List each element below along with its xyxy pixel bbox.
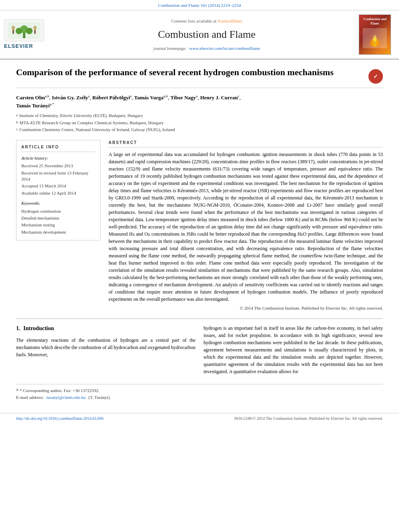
author-6: Henry J. Curran [200,95,238,101]
keyword-1: Hydrogen combustion [21,208,95,214]
keyword-2: Detailed mechanisms [21,215,95,221]
keywords-label: Keywords: [21,200,95,206]
section-title: 1. Introduction [16,325,195,333]
abstract-text: A large set of experimental data was acc… [109,151,383,303]
article-info-abstract-section: ARTICLE INFO Article history: Received 2… [16,140,383,311]
author-6-affil: c [238,94,239,98]
introduction-left-text: The elementary reactions of the combusti… [16,337,195,358]
affiliation-2: b MTA-ELTE Research Group on Complex Che… [16,119,383,127]
footer-bar: http://dx.doi.org/10.1016/j.combustflame… [0,413,399,424]
footnote-star-icon: * [16,388,19,393]
footnote-corresponding-text: * Corresponding author. Fax: +36 1372259… [20,388,99,393]
email-note: (T. Turányi). [88,395,111,400]
contents-available-text: Contents lists available at ScienceDirec… [171,18,242,24]
author-5: Tibor Nagy [171,95,196,101]
publisher-logo-section: ELSEVIER [4,14,56,55]
keyword-4: Mechanism development [21,229,95,235]
author-1: Carsten Olm [16,95,45,101]
journal-cover-section: Combustion and Flame [357,14,393,55]
author-2-affil: a [88,94,90,98]
available-online-date: Available online 12 April 2014 [21,190,95,196]
footer-doi[interactable]: http://dx.doi.org/10.1016/j.combustflame… [16,416,103,421]
elsevier-tree-icon [4,19,44,41]
introduction-col-left: 1. Introduction The elementary reactions… [16,325,195,378]
copyright-line: © 2014 The Combustion Institute. Publish… [109,305,383,311]
journal-main-title: Combustion and Flame [158,27,256,42]
article-info-box: ARTICLE INFO Article history: Received 2… [16,140,101,240]
svg-point-7 [33,26,37,30]
introduction-right-text: hydrogen is an important fuel in itself … [204,325,383,375]
svg-point-4 [26,28,33,34]
email-label: E-mail address: [16,395,44,400]
footnote-email-line: E-mail address: turanyi@chem.elte.hu (T.… [16,394,383,401]
journal-citation-text: Combustion and Flame 161 (2014) 2219–223… [158,3,241,8]
article-info-title: ARTICLE INFO [21,144,95,152]
affiliation-3-text: Combustion Chemistry Centre, National Un… [19,126,175,134]
elsevier-logo: ELSEVIER [4,19,44,50]
affiliation-3: c Combustion Chemistry Centre, National … [16,126,383,134]
authors-line: Carsten Olma,b, István Gy. Zsélya, Róber… [16,94,383,110]
svg-point-12 [376,40,380,47]
author-2: István Gy. Zsély [52,95,88,101]
author-5-affil: a [196,94,197,98]
keyword-3: Mechanism testing [21,222,95,228]
accepted-date: Accepted 13 March 2014 [21,183,95,189]
author-4: Tamás Varga [134,95,164,101]
abstract-title: ABSTRACT [109,140,383,148]
journal-title-section: Contents lists available at ScienceDirec… [61,14,352,55]
authors-section: Carsten Olma,b, István Gy. Zsélya, Róber… [16,94,383,133]
author-1-affil: a,b [45,94,49,98]
svg-point-5 [12,26,15,30]
journal-cover-image: Combustion and Flame [359,14,391,55]
svg-rect-1 [23,33,25,38]
crossmark-icon: ✓ [373,73,378,81]
journal-homepage-line: journal homepage: www.elsevier.com/locat… [154,45,260,51]
journal-homepage-url[interactable]: www.elsevier.com/locate/combustflame [189,46,260,51]
article-info-column: ARTICLE INFO Article history: Received 2… [16,140,101,311]
article-history-label: Article history: [21,155,95,161]
revised-date: Received in revised form 13 February 201… [21,170,95,183]
svg-point-11 [370,40,374,47]
elsevier-brand-name: ELSEVIER [4,43,33,50]
author-4-affil: a,b [163,94,168,98]
affiliation-2-text: MTA-ELTE Research Group on Complex Chemi… [20,119,164,127]
footnote-correspondence: * * Corresponding author. Fax: +36 13722… [16,387,383,394]
sciencedirect-link[interactable]: ScienceDirect [218,18,243,23]
author-7-affil: a,* [50,102,54,106]
svg-rect-8 [34,30,36,34]
journal-cover-title: Combustion and Flame [361,17,389,26]
svg-point-3 [16,28,22,34]
author-3: Róbert Pálvölgyi [93,95,130,101]
section-divider [16,318,383,319]
abstract-column: ABSTRACT A large set of experimental dat… [109,140,383,311]
author-3-affil: a [130,94,132,98]
journal-header: ELSEVIER Contents lists available at Sci… [0,10,399,60]
svg-rect-6 [12,30,14,34]
email-address[interactable]: turanyi@chem.elte.hu [46,395,86,400]
article-title-section: Comparison of the performance of several… [16,67,383,88]
article-body: Comparison of the performance of several… [0,60,399,409]
footer-issn: 0010-2180/© 2014 The Combustion Institut… [234,416,383,421]
svg-point-13 [373,35,376,41]
introduction-section: 1. Introduction The elementary reactions… [16,325,383,378]
author-7: Tamás Turányi [16,103,50,109]
introduction-col-right: hydrogen is an important fuel in itself … [204,325,383,378]
affiliations: a Institute of Chemistry, Eötvös Univers… [16,112,383,134]
crossmark-badge[interactable]: ✓ [368,69,383,84]
received-date: Received 25 November 2013 [21,163,95,169]
journal-citation-bar: Combustion and Flame 161 (2014) 2219–223… [0,0,399,10]
footnote-section: * * Corresponding author. Fax: +36 13722… [16,384,383,401]
affiliation-1: a Institute of Chemistry, Eötvös Univers… [16,112,383,119]
keywords-section: Keywords: Hydrogen combustion Detailed m… [21,200,95,235]
article-title: Comparison of the performance of several… [16,67,362,78]
affiliation-1-text: Institute of Chemistry, Eötvös Universit… [19,112,143,119]
journal-cover-artwork [363,28,387,48]
